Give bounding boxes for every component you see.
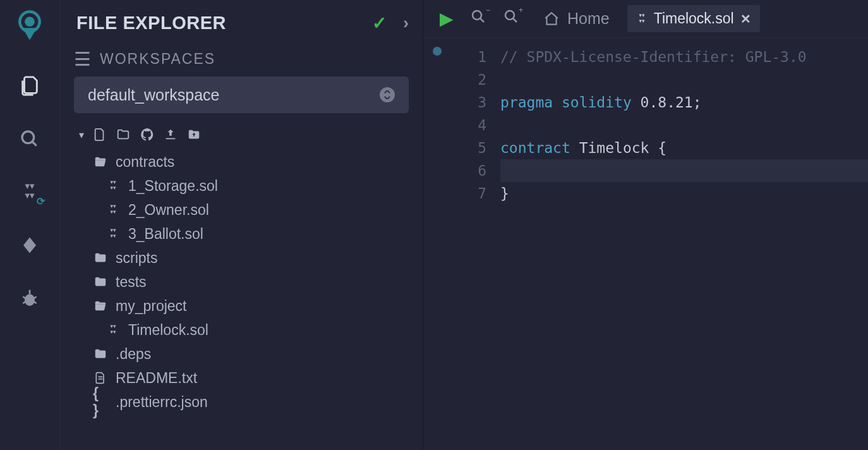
tab-file-active[interactable]: Timelock.sol ✕ <box>627 5 760 32</box>
refresh-badge-icon: ⟳ <box>37 195 45 207</box>
new-folder-icon[interactable] <box>116 128 131 142</box>
code-editor[interactable]: 1234567 // SPDX-License-Identifier: GPL-… <box>423 38 868 450</box>
hamburger-icon[interactable]: ☰ <box>74 53 91 66</box>
sidebar-header: FILE EXPLORER ✓ › <box>60 8 423 38</box>
tree-item-label: .deps <box>116 346 151 363</box>
new-file-icon[interactable] <box>93 128 107 142</box>
activity-bar: ⟳ <box>0 0 60 450</box>
tree-item-label: 3_Ballot.sol <box>128 226 203 243</box>
tree-item[interactable]: 3_Ballot.sol <box>80 222 423 246</box>
svg-point-12 <box>473 11 481 20</box>
file-tree: contracts1_Storage.sol2_Owner.sol3_Ballo… <box>60 147 423 414</box>
modified-indicator-col <box>423 38 451 450</box>
svg-line-15 <box>513 18 517 22</box>
tree-item-label: tests <box>116 274 147 291</box>
check-icon[interactable]: ✓ <box>372 13 387 33</box>
tree-item[interactable]: contracts <box>80 150 423 174</box>
svg-point-4 <box>25 294 35 306</box>
tab-home-label: Home <box>567 9 610 28</box>
tree-item[interactable]: README.txt <box>80 366 423 390</box>
line-numbers: 1234567 <box>451 38 497 450</box>
tree-item[interactable]: 1_Storage.sol <box>80 174 423 198</box>
solidity-compiler-icon[interactable]: ⟳ <box>16 178 44 206</box>
svg-point-1 <box>25 16 35 27</box>
sol-icon <box>105 228 121 240</box>
tab-home[interactable]: Home <box>543 9 610 28</box>
code-content[interactable]: // SPDX-License-Identifier: GPL-3.0 prag… <box>497 38 868 450</box>
tree-item-label: 1_Storage.sol <box>128 178 218 195</box>
folder-icon <box>93 251 108 265</box>
tree-item[interactable]: scripts <box>80 246 423 270</box>
tree-item[interactable]: { }.prettierrc.json <box>80 390 423 414</box>
svg-line-3 <box>32 142 37 146</box>
tree-item-label: contracts <box>116 154 174 171</box>
tab-file-label: Timelock.sol <box>654 10 734 27</box>
workspaces-label: WORKSPACES <box>100 51 215 68</box>
tree-toolbar: ▾ <box>60 113 423 147</box>
run-icon[interactable]: ▶ <box>440 8 454 29</box>
caret-down-icon[interactable]: ▾ <box>79 129 84 141</box>
editor-toolbar: ▶ − + Home Timelock.sol ✕ <box>423 0 868 38</box>
svg-point-14 <box>505 11 514 20</box>
tree-item[interactable]: my_project <box>80 294 423 318</box>
tree-item-label: README.txt <box>116 370 197 387</box>
svg-point-2 <box>22 131 34 143</box>
svg-line-13 <box>480 18 484 22</box>
svg-line-6 <box>23 296 25 298</box>
tree-item[interactable]: .deps <box>80 342 423 366</box>
chevron-right-icon[interactable]: › <box>403 13 409 33</box>
file-icon <box>93 372 108 384</box>
deploy-icon[interactable] <box>16 231 44 259</box>
sol-icon <box>105 180 121 192</box>
tree-item[interactable]: Timelock.sol <box>80 318 423 342</box>
tree-item[interactable]: tests <box>80 270 423 294</box>
tree-item-label: 2_Owner.sol <box>128 202 209 219</box>
sidebar-title: FILE EXPLORER <box>76 13 226 33</box>
zoom-in-icon[interactable]: + <box>504 9 519 28</box>
search-icon[interactable] <box>16 125 44 153</box>
folder-open-icon <box>93 299 108 313</box>
zoom-out-icon[interactable]: − <box>471 9 486 28</box>
select-chevron-icon <box>380 87 395 102</box>
workspaces-row: ☰ WORKSPACES <box>60 38 423 76</box>
folder-icon <box>93 347 108 361</box>
folder-icon <box>93 275 108 289</box>
editor-area: ▶ − + Home Timelock.sol ✕ 1234567 // SPD… <box>423 0 868 450</box>
json-icon: { } <box>93 385 108 419</box>
sol-icon <box>105 324 121 336</box>
tree-item-label: .prettierrc.json <box>116 394 208 411</box>
svg-line-7 <box>34 296 37 298</box>
modified-dot-icon <box>433 47 442 56</box>
sol-icon <box>105 204 121 216</box>
workspace-select[interactable]: default_workspace <box>74 76 409 113</box>
folder-open-icon <box>93 155 108 169</box>
upload-folder-icon[interactable] <box>186 128 202 142</box>
workspace-selected: default_workspace <box>88 86 219 104</box>
tree-item[interactable]: 2_Owner.sol <box>80 198 423 222</box>
file-explorer-sidebar: FILE EXPLORER ✓ › ☰ WORKSPACES default_w… <box>60 0 423 450</box>
svg-line-8 <box>23 301 25 303</box>
upload-icon[interactable] <box>164 128 178 142</box>
tree-item-label: scripts <box>116 250 157 267</box>
close-icon[interactable]: ✕ <box>740 11 751 27</box>
github-icon[interactable] <box>140 127 155 142</box>
debug-icon[interactable] <box>16 284 44 312</box>
tree-item-label: my_project <box>116 298 186 315</box>
files-icon[interactable] <box>16 72 44 100</box>
tree-item-label: Timelock.sol <box>128 322 208 339</box>
remix-logo[interactable] <box>11 8 48 44</box>
svg-line-9 <box>34 301 37 303</box>
